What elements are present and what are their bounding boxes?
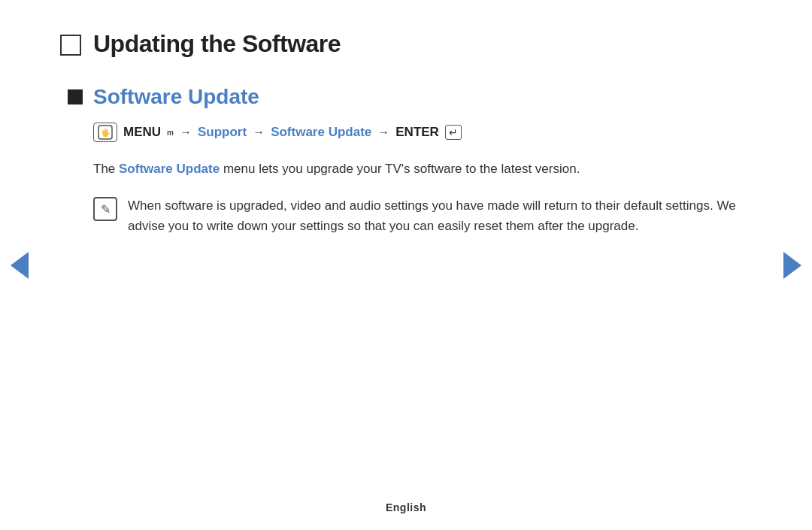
nav-arrow-2: → (253, 126, 265, 139)
nav-path: 🖐 MENU m → Support → Software Update → E… (93, 123, 752, 142)
page-container: Updating the Software Software Update 🖐 … (0, 0, 812, 530)
menu-icon-box: 🖐 (93, 123, 117, 142)
nav-support: Support (198, 125, 247, 140)
description: The Software Update menu lets you upgrad… (93, 159, 752, 179)
enter-icon-box: ↵ (445, 125, 462, 140)
nav-arrow-3: → (377, 126, 389, 139)
nav-left-arrow[interactable] (11, 252, 29, 279)
description-before: The (93, 162, 119, 176)
note-icon (93, 197, 117, 221)
footer: English (386, 501, 426, 513)
section-title: Software Update (93, 85, 259, 109)
nav-right-arrow[interactable] (783, 252, 801, 279)
nav-enter-label: ENTER (395, 125, 439, 140)
nav-software-update: Software Update (271, 125, 371, 140)
note-box: When software is upgraded, video and aud… (93, 195, 747, 236)
note-text: When software is upgraded, video and aud… (128, 195, 747, 236)
section-bullet (68, 89, 83, 104)
checkbox-icon (60, 35, 81, 56)
main-heading-text: Updating the Software (93, 30, 341, 58)
main-heading: Updating the Software (60, 30, 752, 58)
remote-icon: 🖐 (98, 125, 113, 140)
nav-menu-label: MENU (123, 125, 161, 140)
nav-arrow-1: → (180, 126, 192, 139)
section-header: Software Update (68, 85, 752, 109)
description-highlight: Software Update (119, 162, 220, 176)
section: Software Update 🖐 MENU m → Support → Sof… (68, 85, 752, 237)
svg-text:🖐: 🖐 (101, 128, 111, 138)
menu-superscript: m (167, 129, 174, 137)
description-after: menu lets you upgrade your TV's software… (220, 162, 580, 176)
